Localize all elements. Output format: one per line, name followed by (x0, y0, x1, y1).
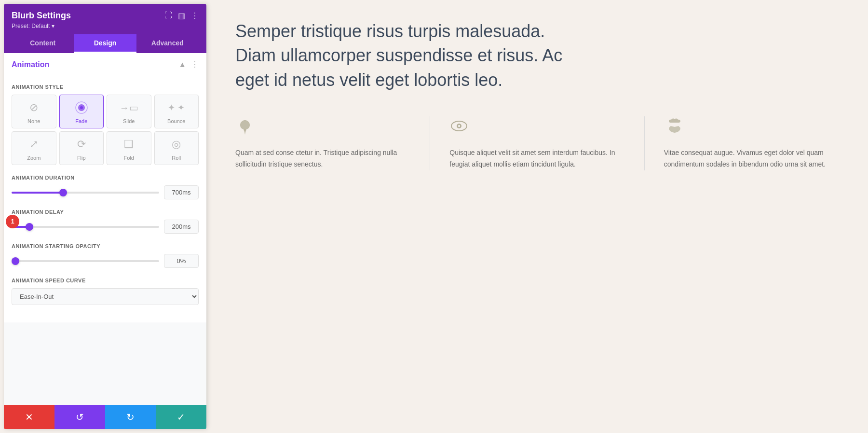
anim-label-bounce: Bounce (167, 118, 185, 124)
blurb-col-1: Quam at sed conse ctetur in. Tristique a… (235, 116, 430, 170)
preset-row[interactable]: Preset: Default ▾ (12, 23, 199, 29)
opacity-slider-track[interactable] (12, 260, 159, 262)
blurb-text-3: Vitae consequat augue. Vivamus eget dolo… (664, 147, 839, 170)
collapse-icon[interactable]: ▲ (178, 60, 186, 69)
anim-icon-fold: ❑ (120, 136, 137, 153)
section-header: Animation ▲ ⋮ (4, 53, 206, 76)
section-body: Animation Style ⊘ None (4, 76, 206, 322)
anim-btn-fold[interactable]: ❑ Fold (107, 131, 151, 165)
delay-slider-thumb[interactable] (26, 223, 33, 231)
redo-button[interactable]: ↻ (105, 405, 156, 429)
speed-curve-label: Animation Speed Curve (12, 278, 199, 283)
anim-icon-fade (73, 99, 90, 116)
duration-slider-thumb[interactable] (59, 189, 67, 196)
anim-label-fold: Fold (124, 155, 134, 161)
duration-slider-fill (12, 192, 63, 194)
delay-input[interactable]: 200ms (164, 220, 199, 234)
cancel-button[interactable]: ✕ (4, 405, 54, 429)
anim-label-none: None (27, 118, 40, 124)
section-header-icons: ▲ ⋮ (178, 60, 199, 69)
panel-title: Blurb Settings (12, 11, 71, 21)
tab-content[interactable]: Content (12, 34, 74, 53)
tabs: Content Design Advanced (12, 34, 199, 53)
duration-slider-row: 700ms (12, 185, 199, 199)
opacity-input[interactable]: 0% (164, 254, 199, 268)
save-icon: ✓ (177, 411, 185, 423)
redo-icon: ↻ (126, 411, 135, 423)
blurb-icon-3 (664, 116, 839, 140)
preset-label[interactable]: Preset: Default ▾ (12, 23, 54, 29)
animation-style-label: Animation Style (12, 84, 199, 90)
blurb-text-1: Quam at sed conse ctetur in. Tristique a… (235, 147, 410, 170)
anim-icon-slide: →▭ (120, 99, 137, 116)
anim-icon-roll: ◎ (168, 136, 185, 153)
section-title: Animation (12, 60, 49, 69)
delay-slider-row: 200ms (12, 220, 199, 234)
animation-section: Animation ▲ ⋮ Animation Style ⊘ None (4, 53, 206, 322)
panel-title-row: Blurb Settings ⛶ ▥ ⋮ (12, 11, 199, 21)
anim-icon-zoom: ⤢ (25, 136, 42, 153)
hero-text: Semper tristique risus turpis malesuada.… (235, 19, 583, 92)
svg-point-5 (458, 125, 460, 127)
anim-btn-flip[interactable]: ⟳ Flip (59, 131, 104, 165)
opacity-label: Animation Starting Opacity (12, 243, 199, 249)
anim-label-flip: Flip (77, 155, 86, 161)
anim-label-zoom: Zoom (27, 155, 41, 161)
settings-panel: Blurb Settings ⛶ ▥ ⋮ Preset: Default ▾ C… (4, 4, 206, 429)
undo-button[interactable]: ↺ (54, 405, 105, 429)
content-area: Semper tristique risus turpis malesuada.… (206, 0, 868, 433)
svg-point-2 (80, 106, 83, 109)
anim-btn-none[interactable]: ⊘ None (12, 95, 56, 128)
panel-body: Animation ▲ ⋮ Animation Style ⊘ None (4, 53, 206, 405)
blurb-icon-1 (235, 116, 410, 140)
anim-label-slide: Slide (123, 118, 135, 124)
animation-style-grid: ⊘ None Fade (12, 95, 199, 165)
tab-design[interactable]: Design (74, 34, 136, 53)
anim-btn-zoom[interactable]: ⤢ Zoom (12, 131, 56, 165)
tab-advanced[interactable]: Advanced (136, 34, 199, 53)
notification-badge: 1 (6, 215, 19, 228)
blurb-text-2: Quisque aliquet velit sit amet sem inter… (449, 147, 624, 170)
delay-label: Animation Delay (12, 209, 199, 215)
blurb-col-3: Vitae consequat augue. Vivamus eget dolo… (645, 116, 839, 170)
anim-btn-slide[interactable]: →▭ Slide (107, 95, 151, 128)
animation-opacity-row: Animation Starting Opacity 0% (12, 243, 199, 268)
expand-icon[interactable]: ⛶ (164, 11, 172, 20)
anim-icon-none: ⊘ (25, 99, 42, 116)
anim-btn-bounce[interactable]: ✦ ✦ Bounce (154, 95, 199, 128)
speed-curve-select[interactable]: Ease-In-Out Ease Linear Ease-In Ease-Out… (12, 288, 199, 305)
animation-delay-row: 1 Animation Delay 200ms (12, 209, 199, 234)
anim-icon-bounce: ✦ ✦ (168, 99, 185, 116)
blurb-icon-2 (449, 116, 624, 140)
section-more-icon[interactable]: ⋮ (191, 60, 199, 69)
anim-btn-roll[interactable]: ◎ Roll (154, 131, 199, 165)
cancel-icon: ✕ (25, 411, 33, 423)
duration-label: Animation Duration (12, 175, 199, 181)
duration-input[interactable]: 700ms (164, 185, 199, 199)
save-button[interactable]: ✓ (156, 405, 206, 429)
columns-icon[interactable]: ▥ (178, 11, 185, 20)
blurb-columns: Quam at sed conse ctetur in. Tristique a… (235, 116, 839, 170)
delay-slider-track[interactable] (12, 226, 159, 228)
animation-speed-row: Animation Speed Curve Ease-In-Out Ease L… (12, 278, 199, 305)
opacity-slider-thumb[interactable] (12, 257, 19, 265)
duration-slider-track[interactable] (12, 192, 159, 194)
anim-btn-fade[interactable]: Fade (59, 95, 104, 128)
panel-footer: ✕ ↺ ↻ ✓ (4, 405, 206, 429)
blurb-col-2: Quisque aliquet velit sit amet sem inter… (430, 116, 644, 170)
anim-label-fade: Fade (75, 118, 87, 124)
animation-duration-row: Animation Duration 700ms (12, 175, 199, 199)
opacity-slider-row: 0% (12, 254, 199, 268)
panel-header: Blurb Settings ⛶ ▥ ⋮ Preset: Default ▾ C… (4, 4, 206, 53)
more-icon[interactable]: ⋮ (191, 11, 199, 20)
anim-icon-flip: ⟳ (73, 136, 90, 153)
anim-label-roll: Roll (172, 155, 181, 161)
panel-title-icons: ⛶ ▥ ⋮ (164, 11, 199, 20)
undo-icon: ↺ (76, 411, 84, 423)
